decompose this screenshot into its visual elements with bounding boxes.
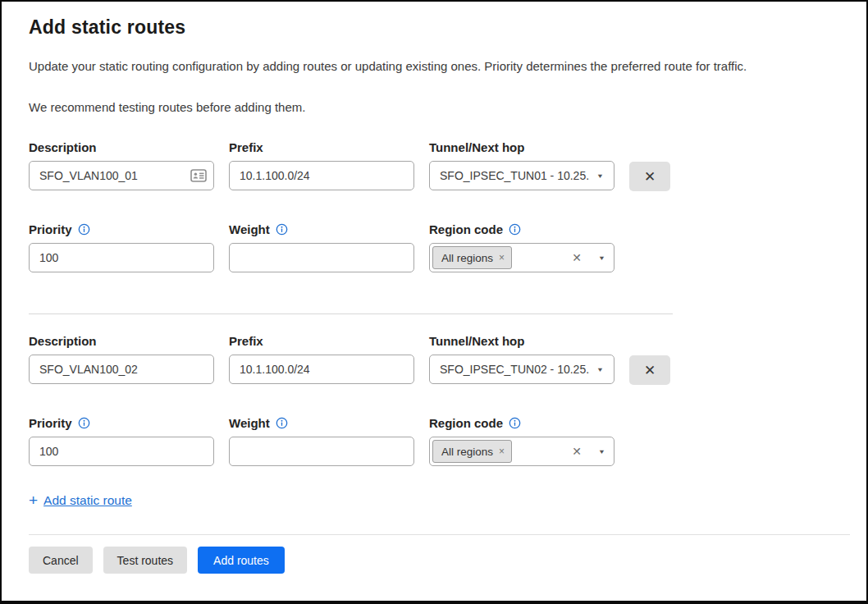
region-code-select[interactable]: All regions × ✕ ▼ (429, 243, 614, 272)
add-static-route-row: + Add static route (29, 492, 847, 508)
prefix-input[interactable] (229, 355, 414, 384)
cancel-button[interactable]: Cancel (29, 547, 93, 574)
region-tag[interactable]: All regions × (432, 440, 512, 463)
priority-input[interactable] (29, 243, 214, 272)
priority-input[interactable] (29, 437, 214, 466)
remove-tag-icon[interactable]: × (499, 253, 505, 263)
contact-card-icon[interactable] (190, 169, 207, 182)
chevron-down-icon: ▼ (596, 172, 604, 180)
region-tag[interactable]: All regions × (432, 246, 512, 269)
info-icon[interactable] (78, 417, 90, 429)
dialog-note-text: We recommend testing routes before addin… (29, 99, 847, 116)
clear-selection-icon[interactable]: ✕ (572, 252, 582, 263)
tunnel-label: Tunnel/Next hop (429, 334, 614, 348)
tunnel-select[interactable]: SFO_IPSEC_TUN01 - 10.25... ▼ (429, 161, 614, 190)
route-entry-1: Description (29, 140, 847, 272)
weight-label: Weight (229, 416, 414, 430)
remove-route-button[interactable]: ✕ (629, 162, 670, 191)
chevron-down-icon: ▼ (598, 448, 605, 455)
add-static-routes-dialog: Add static routes Update your static rou… (0, 0, 868, 604)
weight-input[interactable] (229, 243, 414, 272)
prefix-label: Prefix (229, 140, 414, 154)
dialog-intro-text: Update your static routing configuration… (29, 58, 847, 75)
tunnel-select-value: SFO_IPSEC_TUN02 - 10.25... (440, 363, 590, 376)
prefix-input[interactable] (229, 161, 414, 190)
clear-selection-icon[interactable]: ✕ (572, 446, 582, 457)
route-entry-2: Description Prefix Tunnel/Next hop SFO_I… (29, 334, 847, 466)
add-routes-button[interactable]: Add routes (198, 547, 285, 574)
info-icon[interactable] (509, 223, 521, 236)
description-input[interactable] (29, 161, 214, 190)
remove-route-button[interactable]: ✕ (629, 355, 670, 385)
test-routes-button[interactable]: Test routes (103, 547, 187, 574)
region-code-label: Region code (429, 222, 614, 236)
region-code-select[interactable]: All regions × ✕ ▼ (429, 437, 614, 466)
priority-label: Priority (29, 222, 214, 236)
tunnel-label: Tunnel/Next hop (429, 140, 614, 154)
chevron-down-icon: ▼ (598, 254, 605, 262)
weight-label: Weight (229, 222, 414, 236)
page-title: Add static routes (29, 16, 847, 39)
info-icon[interactable] (276, 417, 288, 429)
tunnel-select[interactable]: SFO_IPSEC_TUN02 - 10.25... ▼ (429, 355, 614, 384)
tunnel-select-value: SFO_IPSEC_TUN01 - 10.25... (440, 169, 590, 182)
info-icon[interactable] (78, 223, 90, 236)
remove-tag-icon[interactable]: × (499, 446, 505, 456)
route-divider (29, 313, 673, 314)
add-static-route-link[interactable]: Add static route (43, 493, 132, 508)
priority-label: Priority (29, 416, 214, 430)
chevron-down-icon: ▼ (596, 366, 604, 373)
footer-divider (29, 534, 850, 535)
info-icon[interactable] (276, 223, 288, 236)
prefix-label: Prefix (229, 334, 414, 348)
weight-input[interactable] (229, 437, 414, 466)
description-label: Description (29, 140, 214, 154)
region-code-label: Region code (429, 416, 614, 430)
plus-icon: + (29, 492, 38, 508)
info-icon[interactable] (509, 417, 521, 429)
description-input[interactable] (29, 355, 214, 384)
description-label: Description (29, 334, 214, 348)
footer-actions: Cancel Test routes Add routes (29, 547, 847, 574)
